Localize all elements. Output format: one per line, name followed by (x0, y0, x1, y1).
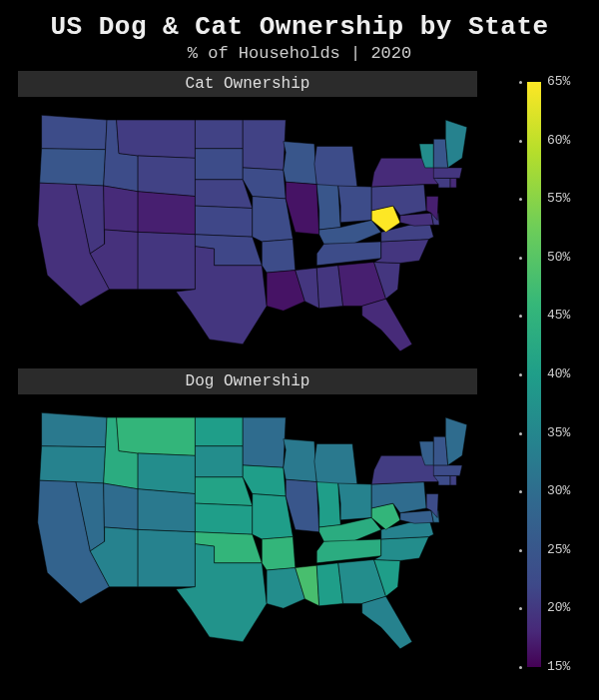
state-SD: SD: 42% (195, 446, 243, 477)
legend-tick: 45% (547, 308, 570, 323)
legend-tick: 30% (547, 483, 570, 498)
legend-tick-dot (519, 490, 522, 493)
legend-tick-dot (519, 81, 522, 84)
state-MN: MN: 35% (243, 417, 286, 467)
legend-tick-dot (519, 140, 522, 143)
legend-tick: 60% (547, 133, 570, 148)
state-FL: FL: 40% (362, 596, 412, 649)
state-WY: WY: 26% (138, 156, 195, 197)
state-CO: CO: 38% (138, 489, 195, 532)
state-MN: MN: 26% (243, 120, 286, 170)
page-title: US Dog & Cat Ownership by State (0, 0, 599, 42)
state-NC: NC: 24% (374, 240, 429, 264)
state-IN: IN: 30% (316, 185, 340, 230)
page-subtitle: % of Households | 2020 (0, 44, 599, 63)
state-RI: RI: 26% (450, 475, 456, 485)
state-NM: NM: 24% (138, 232, 195, 289)
state-MD: MD: 23% (400, 213, 433, 226)
legend-tick: 25% (547, 542, 570, 557)
legend-tick: 55% (547, 191, 570, 206)
panel-cat: Cat Ownership WA: 28%OR: 30%CA: 23%NV: 2… (18, 71, 477, 358)
state-WY: WY: 42% (138, 453, 195, 494)
legend-tick: 50% (547, 250, 570, 265)
legend-tick-dot (519, 432, 522, 435)
state-MI: MI: 28% (314, 146, 357, 187)
state-MI: MI: 38% (314, 443, 357, 484)
legend-tick-dot (519, 198, 522, 201)
state-TN: TN: 28% (316, 242, 381, 266)
legend-tick-dot (519, 315, 522, 318)
state-KS: KS: 45% (195, 503, 252, 534)
state-FL: FL: 22% (362, 299, 412, 351)
state-CO: CO: 20% (138, 192, 195, 235)
state-OR: OR: 30% (40, 149, 106, 186)
panel-dog: Dog Ownership WA: 38%OR: 40%CA: 33%NV: 3… (18, 368, 477, 656)
state-MA: MA: 28% (433, 465, 462, 476)
state-MD: MD: 32% (400, 510, 433, 523)
state-WI: WI: 30% (284, 142, 316, 185)
state-SD: SD: 28% (195, 149, 243, 180)
state-NC: NC: 42% (374, 537, 429, 561)
legend-tick: 40% (547, 366, 570, 381)
state-AR: AR: 28% (262, 240, 295, 273)
legend-tick: 35% (547, 425, 570, 440)
legend-tick-dot (519, 607, 522, 610)
state-ND: ND: 26% (195, 120, 243, 149)
map-dog: WA: 38%OR: 40%CA: 33%NV: 35%ID: 48%MT: 5… (18, 398, 477, 656)
state-MT: MT: 50% (117, 417, 196, 455)
state-AR: AR: 50% (262, 537, 295, 570)
state-ND: ND: 45% (195, 417, 243, 446)
map-cat: WA: 28%OR: 30%CA: 23%NV: 24%ID: 28%MT: 2… (18, 101, 477, 358)
state-IA: IA: 45% (243, 465, 286, 496)
legend-tick-dot (519, 666, 522, 669)
state-NE: NE: 26% (195, 180, 252, 209)
legend-tick: 65% (547, 74, 570, 89)
state-WA: WA: 28% (42, 115, 107, 149)
state-NM: NM: 40% (138, 529, 195, 586)
legend-tick: 20% (547, 600, 570, 615)
state-OH: OH: 28% (338, 186, 371, 223)
state-NE: NE: 46% (195, 477, 252, 506)
state-OH: OH: 40% (338, 483, 371, 520)
state-ME: ME: 40% (445, 120, 467, 168)
legend-gradient-bar (527, 82, 541, 667)
color-legend: 65%60%55%50%45%40%35%30%25%20%15% (521, 76, 581, 673)
state-MA: MA: 24% (433, 168, 462, 179)
state-OR: OR: 40% (40, 446, 106, 483)
legend-tick-dot (519, 257, 522, 260)
state-WA: WA: 38% (42, 412, 107, 446)
state-KS: KS: 27% (195, 206, 252, 237)
state-WI: WI: 38% (284, 439, 316, 482)
state-ME: ME: 35% (445, 417, 467, 465)
state-MT: MT: 25% (117, 120, 196, 158)
state-TN: TN: 48% (316, 539, 381, 563)
legend-tick-dot (519, 373, 522, 376)
panel-cat-header: Cat Ownership (18, 71, 477, 97)
state-IN: IN: 45% (316, 482, 340, 527)
legend-tick-dot (519, 549, 522, 552)
panel-dog-header: Dog Ownership (18, 368, 477, 394)
legend-tick: 15% (547, 659, 570, 674)
state-RI: RI: 22% (450, 178, 456, 188)
state-IA: IA: 28% (243, 168, 286, 199)
